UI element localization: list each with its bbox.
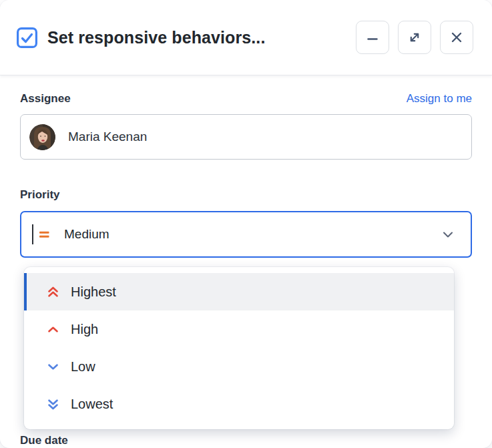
- assignee-label-row: Assignee Assign to me: [20, 92, 472, 105]
- priority-selected-value: Medium: [64, 227, 109, 242]
- priority-dropdown-menu: Highest High Low: [24, 267, 454, 429]
- maria-keenan-avatar: [29, 124, 55, 150]
- priority-lowest-icon: [45, 397, 61, 412]
- expand-icon: [407, 30, 422, 45]
- priority-option-low[interactable]: Low: [24, 348, 454, 385]
- priority-option-highest[interactable]: Highest: [24, 273, 454, 310]
- priority-option-lowest[interactable]: Lowest: [24, 385, 454, 423]
- dialog-body: Assignee Assign to me: [0, 92, 492, 447]
- option-label: Low: [71, 359, 95, 375]
- assignee-field[interactable]: Maria Keenan: [20, 114, 472, 160]
- chevron-down-icon: [440, 226, 456, 242]
- close-icon: [449, 30, 464, 45]
- close-button[interactable]: [440, 21, 473, 54]
- text-cursor: [32, 224, 33, 244]
- issue-dialog: Set responsive behaviors...: [0, 0, 492, 448]
- assignee-value: Maria Keenan: [68, 130, 147, 144]
- expand-button[interactable]: [398, 21, 431, 54]
- assign-to-me-link[interactable]: Assign to me: [407, 92, 472, 105]
- task-checkbox-icon: [16, 27, 38, 49]
- priority-label: Priority: [20, 188, 472, 202]
- due-date-label: Due date: [20, 434, 472, 447]
- minimize-button[interactable]: [356, 21, 389, 54]
- dialog-title-group: Set responsive behaviors...: [16, 27, 265, 49]
- priority-low-icon: [45, 359, 61, 375]
- dialog-header: Set responsive behaviors...: [0, 0, 492, 75]
- dialog-title: Set responsive behaviors...: [47, 28, 265, 47]
- priority-medium-icon: [37, 227, 51, 242]
- priority-high-icon: [45, 322, 61, 337]
- priority-highest-icon: [45, 284, 61, 300]
- option-label: Lowest: [71, 397, 113, 412]
- window-controls: [356, 21, 473, 54]
- minimize-icon: [365, 30, 380, 45]
- priority-select[interactable]: Medium: [20, 211, 472, 258]
- option-label: High: [71, 322, 98, 337]
- option-label: Highest: [71, 284, 116, 300]
- priority-option-high[interactable]: High: [24, 310, 454, 348]
- assignee-label: Assignee: [20, 92, 71, 105]
